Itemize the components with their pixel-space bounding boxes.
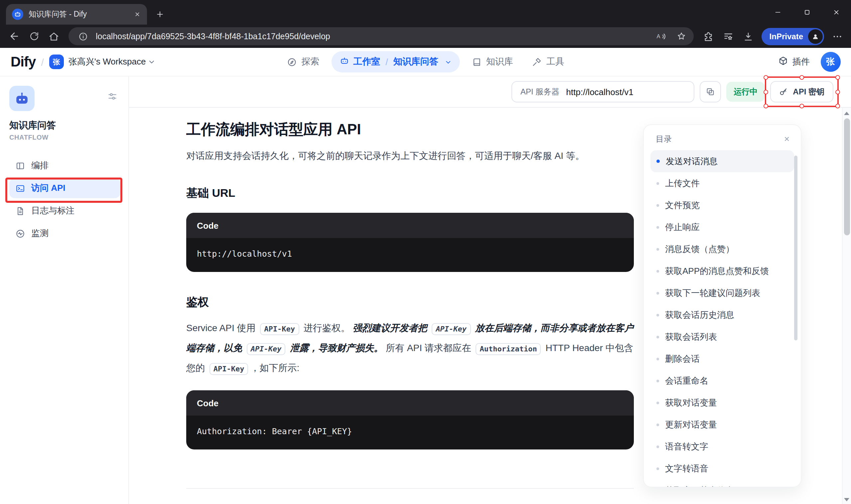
toc-item-label: 文字转语音 xyxy=(665,463,708,474)
api-key-button[interactable]: API 密钥 xyxy=(770,81,833,102)
favorites-button[interactable] xyxy=(719,27,738,46)
toc-panel: 目录 发送对话消息上传文件文件预览停止响应消息反馈（点赞）获取APP的消息点赞和… xyxy=(643,124,801,487)
tab-favicon-icon xyxy=(12,8,23,20)
toc-item[interactable]: 语音转文字 xyxy=(651,435,794,457)
back-button[interactable] xyxy=(5,27,23,46)
home-button[interactable] xyxy=(45,27,63,46)
auth-paragraph: Service API 使用 API-Key 进行鉴权。 强烈建议开发者把 AP… xyxy=(186,319,634,378)
pulse-icon xyxy=(15,228,25,238)
read-aloud-button[interactable]: A xyxy=(653,28,669,44)
user-avatar[interactable]: 张 xyxy=(820,52,840,72)
minimize-icon xyxy=(774,8,782,17)
toc-bullet-icon xyxy=(656,270,659,272)
browser-tab[interactable]: 知识库问答 - Dify xyxy=(6,4,147,24)
tab-close-button[interactable] xyxy=(131,8,143,20)
arrow-left-icon xyxy=(8,31,20,42)
text-segment: 泄露，导致财产损失。 xyxy=(288,342,384,353)
key-icon xyxy=(779,87,788,96)
toc-item[interactable]: 文字转语音 xyxy=(651,457,794,480)
sidebar-item-orchestrate[interactable]: 编排 xyxy=(9,156,120,176)
toc-item[interactable]: 获取下一轮建议问题列表 xyxy=(651,282,794,304)
refresh-button[interactable] xyxy=(24,27,43,46)
dify-logo[interactable]: Dify xyxy=(11,54,36,70)
page-content: Dify / 张 张高兴's Workspace 探索 工作室 xyxy=(0,48,851,504)
sidebar-item-monitoring[interactable]: 监测 xyxy=(9,223,120,244)
compass-icon xyxy=(287,57,297,67)
toc-item[interactable]: 获取会话列表 xyxy=(651,326,794,348)
copy-url-button[interactable] xyxy=(700,81,721,102)
triangle-down-icon xyxy=(844,498,849,501)
toc-item[interactable]: 更新对话变量 xyxy=(651,414,794,435)
toc-item-label: 发送对话消息 xyxy=(666,155,717,167)
toc-item[interactable]: 会话重命名 xyxy=(651,370,794,392)
extensions-button[interactable] xyxy=(699,27,717,46)
toc-item[interactable]: 获取会话历史消息 xyxy=(651,304,794,326)
breadcrumb-separator: / xyxy=(386,57,388,67)
toc-item-label: 获取会话历史消息 xyxy=(665,309,734,321)
star-icon xyxy=(677,31,687,41)
toc-item[interactable]: 停止响应 xyxy=(651,216,794,238)
puzzle-icon xyxy=(703,31,714,41)
toc-bullet-icon xyxy=(656,160,660,163)
toc-item-label: 获取会话列表 xyxy=(665,331,717,343)
app-settings-button[interactable] xyxy=(104,88,120,104)
toc-bullet-icon xyxy=(656,423,659,426)
sidebar-menu: 编排 访问 API 日志与标注 xyxy=(9,156,120,244)
triangle-up-icon xyxy=(844,111,849,115)
close-icon xyxy=(783,135,791,143)
nav-tools[interactable]: 工具 xyxy=(525,51,571,72)
nav-knowledge-label: 知识库 xyxy=(486,56,513,68)
sidebar-item-logs[interactable]: 日志与标注 xyxy=(9,201,120,221)
toc-item[interactable]: 获取应用基本信息 xyxy=(651,480,794,487)
toc-item-label: 获取对话变量 xyxy=(665,397,717,409)
plus-icon xyxy=(155,10,164,18)
toc-item[interactable]: 获取APP的消息点赞和反馈 xyxy=(651,260,794,282)
maximize-button[interactable] xyxy=(793,0,822,24)
code-block-header: Code xyxy=(186,213,634,238)
toc-bullet-icon xyxy=(656,226,659,228)
new-tab-button[interactable] xyxy=(152,7,167,21)
browser-menu-button[interactable] xyxy=(828,27,846,46)
nav-current-app-label[interactable]: 知识库问答 xyxy=(393,56,438,68)
browser-toolbar: localhost/app/7da69525-3b43-4f8f-bf48-1b… xyxy=(0,24,851,48)
package-icon xyxy=(778,56,788,68)
browser-titlebar: 知识库问答 - Dify xyxy=(0,0,851,24)
api-server-label: API 服务器 xyxy=(520,86,560,97)
toc-close-button[interactable] xyxy=(781,133,793,145)
scroll-down-button[interactable] xyxy=(843,496,851,503)
toc-item[interactable]: 上传文件 xyxy=(651,172,794,194)
toc-bullet-icon xyxy=(656,467,659,470)
api-server-field[interactable]: API 服务器 http://localhost/v1 xyxy=(512,81,694,102)
close-icon xyxy=(832,8,841,17)
inprivate-badge[interactable]: InPrivate xyxy=(762,28,824,45)
toc-scrollbar-thumb[interactable] xyxy=(794,156,797,340)
scrollbar-thumb[interactable] xyxy=(844,118,850,235)
main-area: API 服务器 http://localhost/v1 运行中 API 密钥 xyxy=(129,76,851,504)
nav-studio-active[interactable]: 工作室 / 知识库问答 xyxy=(331,51,460,72)
main-nav: 探索 工作室 / 知识库问答 知识库 xyxy=(280,51,571,72)
workspace-avatar[interactable]: 张 xyxy=(49,55,64,69)
sidebar-item-access-api[interactable]: 访问 API xyxy=(9,178,120,198)
toc-item[interactable]: 文件预览 xyxy=(651,194,794,216)
nav-knowledge[interactable]: 知识库 xyxy=(465,51,520,72)
toc-item[interactable]: 发送对话消息 xyxy=(651,150,794,172)
minimize-button[interactable] xyxy=(763,0,793,24)
toc-item-label: 获取应用基本信息 xyxy=(665,484,734,487)
workspace-name[interactable]: 张高兴's Workspace xyxy=(69,56,146,68)
app-type-badge: CHATFLOW xyxy=(9,134,120,141)
address-bar[interactable]: localhost/app/7da69525-3b43-4f8f-bf48-1b… xyxy=(69,27,694,45)
sidebar-item-label: 日志与标注 xyxy=(31,205,74,217)
close-window-button[interactable] xyxy=(822,0,851,24)
toc-item[interactable]: 删除会话 xyxy=(651,348,794,370)
section-divider xyxy=(186,488,634,489)
text-segment: Service API 使用 xyxy=(186,323,258,333)
scroll-up-button[interactable] xyxy=(843,109,851,117)
site-info-button[interactable] xyxy=(75,28,91,44)
toc-item[interactable]: 消息反馈（点赞） xyxy=(651,238,794,260)
toc-item[interactable]: 获取对话变量 xyxy=(651,392,794,414)
plugins-button[interactable]: 插件 xyxy=(778,56,810,68)
nav-explore[interactable]: 探索 xyxy=(280,51,326,72)
downloads-button[interactable] xyxy=(739,27,758,46)
plugins-label: 插件 xyxy=(793,56,810,68)
add-favorite-button[interactable] xyxy=(674,28,690,44)
